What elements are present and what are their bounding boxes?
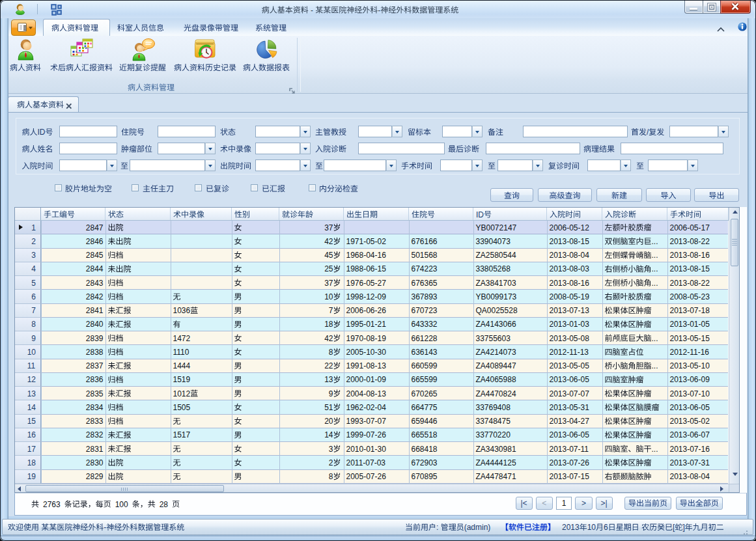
svg-text:...: ... [652, 361, 658, 370]
svg-text:37: 37 [324, 279, 333, 288]
svg-text:7: 7 [329, 306, 333, 315]
svg-text:2004-08-13: 2004-08-13 [346, 389, 387, 398]
svg-text:ZA4089447: ZA4089447 [476, 361, 516, 370]
svg-text:33748475: 33748475 [476, 417, 511, 426]
svg-text:636143: 636143 [412, 348, 438, 357]
svg-text:33769408: 33769408 [476, 403, 511, 412]
svg-text:42: 42 [324, 334, 333, 343]
svg-text:18: 18 [324, 320, 333, 329]
svg-text:15: 15 [27, 417, 36, 426]
svg-text:2763: 2763 [43, 500, 61, 509]
svg-text:2005-07-26: 2005-07-26 [346, 472, 387, 481]
svg-text:2013-08-22: 2013-08-22 [670, 279, 710, 288]
svg-text:|<: |< [520, 499, 527, 508]
svg-text:13: 13 [27, 389, 36, 398]
svg-text:2830: 2830 [86, 458, 104, 467]
svg-text:ZA4444125: ZA4444125 [476, 458, 516, 467]
svg-text:/: / [647, 128, 649, 137]
svg-text:33904073: 33904073 [476, 237, 511, 246]
svg-text:2013-08-15: 2013-08-15 [550, 237, 590, 246]
svg-text:1505: 1505 [173, 403, 191, 412]
svg-text:1: 1 [562, 499, 567, 508]
svg-text:37: 37 [324, 223, 333, 232]
svg-text:670723: 670723 [412, 306, 438, 315]
svg-text:ZA4470824: ZA4470824 [476, 389, 516, 398]
svg-text:33770220: 33770220 [476, 430, 511, 439]
svg-text:2013-07-16: 2013-07-16 [670, 445, 710, 454]
svg-text:2013-08-16: 2013-08-16 [550, 279, 590, 288]
svg-text:1976-05-27: 1976-05-27 [346, 279, 387, 288]
svg-text:...: ... [652, 264, 658, 273]
svg-text:3: 3 [31, 251, 36, 260]
svg-text:2006-05-12: 2006-05-12 [550, 223, 590, 232]
svg-text:2845: 2845 [86, 251, 104, 260]
svg-text:2013-06-09: 2013-06-09 [670, 375, 710, 384]
svg-text:2008-05-19: 2008-05-19 [550, 292, 590, 301]
svg-text:2013-07-10: 2013-07-10 [670, 389, 710, 398]
svg-text:33755603: 33755603 [476, 334, 511, 343]
svg-text:25: 25 [324, 264, 333, 273]
svg-text:11: 11 [27, 361, 36, 370]
svg-text:51: 51 [324, 403, 333, 412]
svg-text:2839: 2839 [86, 334, 104, 343]
svg-text:1519: 1519 [173, 375, 191, 384]
svg-text:2013-06-05: 2013-06-05 [550, 375, 590, 384]
svg-text:665599: 665599 [412, 375, 438, 384]
svg-text:<: < [542, 499, 546, 508]
svg-text:1998-12-09: 1998-12-09 [346, 292, 387, 301]
svg-text:2833: 2833 [86, 417, 104, 426]
svg-text:3: 3 [329, 445, 333, 454]
svg-text:1036: 1036 [173, 306, 191, 315]
svg-text:5: 5 [31, 279, 36, 288]
svg-text:ZA4214073: ZA4214073 [476, 348, 516, 357]
svg-text:2013-07-15: 2013-07-15 [550, 472, 590, 481]
svg-text:1993-07-07: 1993-07-07 [346, 417, 387, 426]
svg-text:22: 22 [324, 361, 333, 370]
svg-text:2837: 2837 [86, 361, 104, 370]
svg-text:668418: 668418 [412, 445, 438, 454]
svg-text:2013-05-02: 2013-05-02 [670, 417, 710, 426]
svg-text:ZA4065988: ZA4065988 [476, 375, 516, 384]
svg-text:2013-04-27: 2013-04-27 [550, 417, 590, 426]
svg-text:ZA3430981: ZA3430981 [476, 445, 516, 454]
svg-text:ZA4143066: ZA4143066 [476, 320, 516, 329]
svg-text:1988-06-15: 1988-06-15 [346, 264, 387, 273]
svg-text:QA0025528: QA0025528 [476, 306, 518, 315]
svg-text:2012-11-13: 2012-11-13 [550, 348, 589, 357]
svg-text:2008-05-23: 2008-05-23 [670, 292, 710, 301]
svg-text:2: 2 [329, 458, 333, 467]
svg-text:1971-05-02: 1971-05-02 [346, 237, 387, 246]
svg-text:670265: 670265 [412, 389, 438, 398]
svg-text:2013-07-26: 2013-07-26 [550, 458, 590, 467]
svg-text:14: 14 [324, 430, 333, 439]
svg-text:2013-07-07: 2013-07-07 [550, 389, 590, 398]
svg-text:2013-05-08: 2013-05-08 [550, 334, 590, 343]
svg-text:100: 100 [115, 500, 128, 509]
svg-text:1970-08-19: 1970-08-19 [346, 334, 387, 343]
svg-text:2013: 2013 [562, 523, 580, 532]
svg-text:1517: 1517 [173, 430, 191, 439]
svg-text:2013-07-13: 2013-07-13 [550, 306, 590, 315]
svg-text:1991-08-13: 1991-08-13 [346, 361, 387, 370]
svg-text:...: ... [652, 279, 658, 288]
svg-text:2000-01-09: 2000-01-09 [346, 375, 387, 384]
svg-text:2013-05-10: 2013-05-10 [670, 361, 710, 370]
svg-text:2836: 2836 [86, 375, 104, 384]
svg-text:2013-07-11: 2013-07-11 [550, 445, 589, 454]
svg-text:...: ... [652, 334, 658, 343]
svg-text:2013-08-22: 2013-08-22 [670, 237, 710, 246]
svg-text:28: 28 [160, 500, 169, 509]
svg-text:-: - [104, 523, 106, 532]
svg-text:2832: 2832 [86, 430, 104, 439]
svg-text:...: ... [652, 237, 658, 246]
svg-text:643332: 643332 [412, 320, 438, 329]
svg-text:...: ... [652, 251, 658, 260]
svg-text:2013-08-03: 2013-08-03 [550, 264, 590, 273]
svg-text:...: ... [652, 445, 658, 454]
svg-text:YB0099173: YB0099173 [476, 292, 517, 301]
svg-text:670895: 670895 [412, 472, 438, 481]
svg-text:1472: 1472 [173, 334, 191, 343]
svg-text:16: 16 [27, 430, 36, 439]
svg-text:501568: 501568 [412, 251, 438, 260]
svg-text:661228: 661228 [412, 334, 438, 343]
